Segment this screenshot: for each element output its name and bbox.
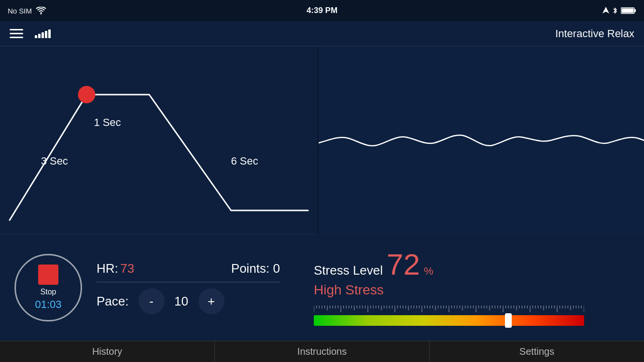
battery-icon <box>621 7 636 14</box>
footer-tabs: History Instructions Settings <box>0 341 644 362</box>
svg-marker-0 <box>602 7 609 14</box>
svg-text:1 Sec: 1 Sec <box>94 116 121 128</box>
points-label: Points: 0 <box>231 261 280 276</box>
tick-marks-svg <box>314 306 584 314</box>
status-bar: No SIM 4:39 PM <box>0 0 644 21</box>
signal-bar-3 <box>42 32 44 38</box>
location-icon <box>602 7 609 14</box>
stress-bar <box>314 315 584 326</box>
header: Interactive Relax <box>0 21 644 46</box>
status-right <box>602 7 636 14</box>
stress-level-row: Stress Level 72 % <box>314 250 434 279</box>
stop-icon <box>38 265 58 285</box>
signal-bars <box>35 29 51 38</box>
signal-bar-4 <box>45 31 47 38</box>
pace-value: 10 <box>174 294 189 309</box>
stress-value: 72 <box>387 250 420 279</box>
tab-settings[interactable]: Settings <box>430 341 644 362</box>
menu-button[interactable] <box>10 29 23 38</box>
main-content: 3 Sec 1 Sec 6 Sec <box>0 46 644 235</box>
stop-button[interactable]: Stop 01:03 <box>14 254 82 321</box>
svg-text:3 Sec: 3 Sec <box>41 155 68 167</box>
status-time: 4:39 PM <box>307 6 337 15</box>
breathing-chart: 3 Sec 1 Sec 6 Sec <box>0 46 318 235</box>
svg-rect-2 <box>634 9 636 12</box>
hr-points-row: HR: 73 Points: 0 <box>97 261 280 282</box>
stop-label: Stop <box>41 288 56 296</box>
stress-status: High Stress <box>314 282 384 298</box>
stress-label: Stress Level <box>314 263 383 278</box>
pace-decrement-button[interactable]: - <box>139 288 165 314</box>
points-display: Points: 0 <box>231 261 280 276</box>
peak-dot <box>78 86 96 103</box>
waveform-chart <box>319 46 644 235</box>
tab-history[interactable]: History <box>0 341 215 362</box>
svg-rect-3 <box>622 9 634 13</box>
hr-label: HR: <box>97 261 118 276</box>
tab-instructions[interactable]: Instructions <box>215 341 430 362</box>
stress-ticks <box>314 306 630 314</box>
status-left: No SIM <box>8 7 46 15</box>
bluetooth-icon <box>612 7 618 14</box>
wifi-icon <box>36 7 46 14</box>
pace-label: Pace: <box>97 294 129 309</box>
pace-row: Pace: - 10 + <box>97 288 280 314</box>
header-left <box>10 29 51 38</box>
stress-percent: % <box>424 265 434 278</box>
hr-display: HR: 73 <box>97 261 134 276</box>
stats-middle: HR: 73 Points: 0 Pace: - 10 + <box>97 261 280 314</box>
stats-area: Stop 01:03 HR: 73 Points: 0 Pace: - 10 + <box>0 235 644 341</box>
svg-text:6 Sec: 6 Sec <box>231 155 258 167</box>
carrier-label: No SIM <box>8 7 32 15</box>
breathing-panel: 3 Sec 1 Sec 6 Sec <box>0 46 319 235</box>
signal-bar-5 <box>48 29 51 38</box>
pace-increment-button[interactable]: + <box>198 288 224 314</box>
hr-value: 73 <box>120 261 134 276</box>
signal-bar-1 <box>35 35 37 38</box>
stress-panel: Stress Level 72 % High Stress <box>294 250 630 326</box>
signal-bar-2 <box>38 34 41 38</box>
stress-slider-thumb[interactable] <box>505 313 512 328</box>
app-title: Interactive Relax <box>555 28 634 40</box>
stop-timer: 01:03 <box>35 298 61 311</box>
waveform-panel <box>319 46 644 235</box>
